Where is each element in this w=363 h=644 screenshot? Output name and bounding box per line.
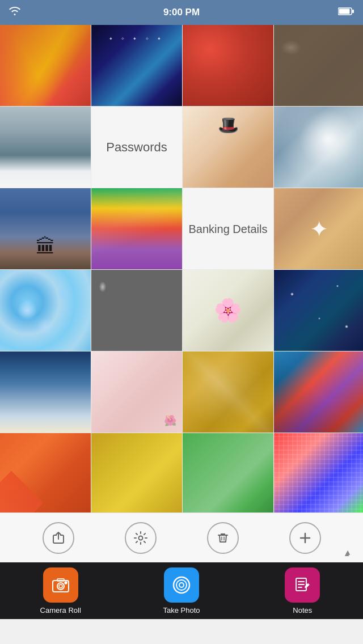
camera-roll-icon-wrap <box>43 567 78 603</box>
svg-rect-2 <box>352 10 354 13</box>
tab-notes[interactable]: Notes <box>242 562 363 619</box>
grid-cell-road[interactable] <box>0 107 91 188</box>
svg-point-8 <box>65 582 66 583</box>
grid-cell-goldcrack[interactable] <box>183 351 273 433</box>
grid-cell-pinkflower[interactable] <box>91 351 182 433</box>
svg-point-6 <box>59 584 62 588</box>
take-photo-label: Take Photo <box>163 606 200 615</box>
grid-cell-orange-abstract[interactable] <box>0 433 91 512</box>
battery-icon <box>338 7 354 18</box>
share-button[interactable] <box>43 522 74 554</box>
status-time: 9:00 PM <box>163 7 200 18</box>
wifi-icon <box>9 7 20 18</box>
photo-grid: Passwords Banking Details <box>0 25 363 512</box>
grid-cell-girl[interactable] <box>183 107 273 188</box>
grid-cell-banking[interactable]: Banking Details <box>183 188 273 269</box>
notes-label: Notes <box>293 606 312 615</box>
status-bar: 9:00 PM <box>0 0 363 25</box>
svg-rect-1 <box>339 9 350 14</box>
grid-cell-bigben[interactable] <box>0 188 91 269</box>
grid-cell-red-texture[interactable] <box>183 25 273 106</box>
collapse-icon: ▲ <box>343 549 351 558</box>
grid-cell-colorful[interactable] <box>274 351 363 433</box>
add-button[interactable] <box>289 522 321 554</box>
svg-point-5 <box>57 583 64 590</box>
delete-button[interactable] <box>207 522 239 554</box>
banking-label: Banking Details <box>189 222 268 236</box>
grid-cell-waves[interactable] <box>91 188 182 269</box>
grid-cell-geometric[interactable] <box>0 25 91 106</box>
notes-icon-wrap <box>285 567 320 603</box>
grid-cell-space2[interactable] <box>274 270 363 351</box>
grid-cell-bokeh[interactable] <box>0 270 91 351</box>
grid-cell-passwords[interactable]: Passwords <box>91 107 182 188</box>
grid-cell-green-gradient[interactable] <box>183 433 273 512</box>
svg-point-3 <box>138 536 142 540</box>
grid-cell-lily[interactable] <box>183 270 273 351</box>
toolbar: ▲ <box>0 512 363 562</box>
grid-cell-gradient-yellow[interactable] <box>91 433 182 512</box>
grid-cell-pixelated[interactable] <box>274 433 363 512</box>
camera-roll-label: Camera Roll <box>40 606 81 615</box>
grid-cell-sunrise[interactable] <box>0 351 91 433</box>
tab-bar: Camera Roll Take Photo Notes <box>0 562 363 619</box>
grid-cell-stones[interactable] <box>274 25 363 106</box>
take-photo-icon-wrap <box>164 567 199 603</box>
svg-point-10 <box>176 580 187 590</box>
tab-take-photo[interactable]: Take Photo <box>121 562 242 619</box>
grid-cell-dandelion[interactable] <box>274 107 363 188</box>
settings-button[interactable] <box>125 522 157 554</box>
grid-cell-starfish[interactable] <box>274 188 363 269</box>
grid-cell-space[interactable] <box>91 25 182 106</box>
passwords-label: Passwords <box>106 140 167 155</box>
grid-cell-drops[interactable] <box>91 270 182 351</box>
tab-camera-roll[interactable]: Camera Roll <box>0 562 121 619</box>
svg-point-11 <box>179 583 184 587</box>
